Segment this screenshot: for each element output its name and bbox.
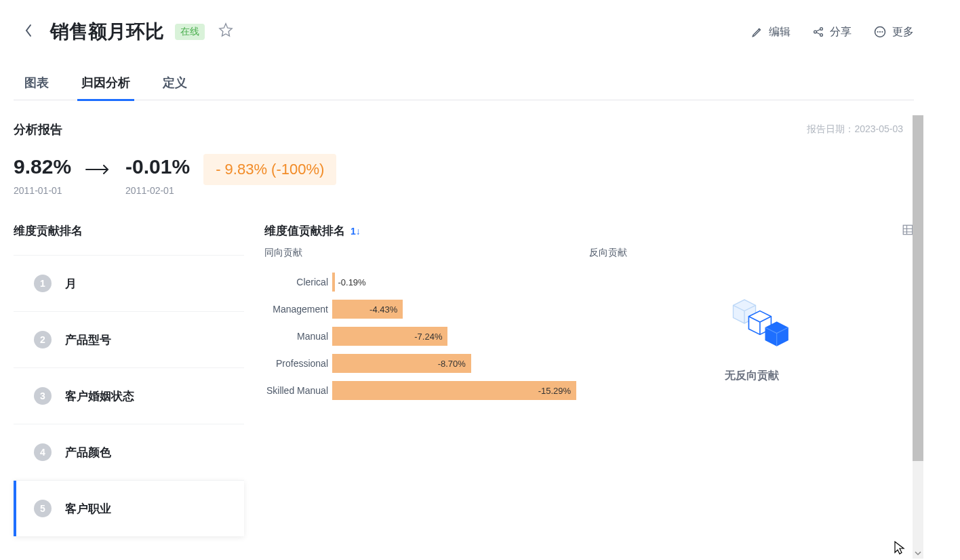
bar-fill: -0.19% (332, 273, 335, 292)
dimension-item[interactable]: 4产品颜色 (14, 424, 244, 480)
value-rank-title: 维度值贡献排名 1↓ (264, 223, 361, 239)
svg-point-6 (881, 31, 883, 33)
bar-value: -0.19% (338, 277, 365, 287)
dimension-item[interactable]: 1月 (14, 255, 244, 311)
share-button[interactable]: 分享 (812, 25, 852, 39)
cursor-icon (894, 540, 906, 559)
bar-track: -4.43% (332, 300, 589, 319)
metric-from-date: 2011-01-01 (14, 185, 71, 196)
scrollbar-down-arrow[interactable] (913, 548, 923, 559)
edit-label: 编辑 (769, 25, 791, 39)
metrics-row: 9.82% 2011-01-01 -0.01% 2011-02-01 - 9.8… (0, 143, 927, 196)
negative-col-title: 反向贡献 (589, 247, 914, 259)
more-label: 更多 (892, 25, 914, 39)
empty-state: 无反向贡献 (589, 268, 914, 383)
dimension-label: 客户职业 (65, 501, 111, 517)
empty-cubes-icon (715, 289, 789, 357)
bar-label: Management (264, 304, 332, 315)
favorite-button[interactable] (218, 22, 233, 41)
value-rank-panel: 维度值贡献排名 1↓ 同向贡献 Clerical-0.19%Management… (251, 223, 914, 536)
bar-label: Professional (264, 358, 332, 369)
bar-track: -8.70% (332, 354, 589, 373)
sort-icon[interactable]: 1↓ (351, 226, 361, 237)
svg-point-5 (879, 31, 881, 33)
delta-badge: - 9.83% (-100%) (203, 154, 336, 185)
bar-value: -7.24% (414, 332, 442, 342)
bar-row: Professional-8.70% (264, 350, 589, 377)
arrow-right-icon (85, 158, 112, 181)
dimension-rank-badge: 5 (34, 500, 52, 517)
scrollbar-thumb[interactable] (913, 115, 923, 461)
header-actions: 编辑 分享 更多 (751, 25, 914, 39)
dimension-rank-badge: 2 (34, 331, 52, 348)
dimension-item[interactable]: 5客户职业 (14, 480, 244, 536)
report-title: 分析报告 (14, 121, 62, 138)
bar-fill: -8.70% (332, 354, 471, 373)
tab-attribution[interactable]: 归因分析 (81, 69, 130, 100)
bar-fill: -4.43% (332, 300, 403, 319)
dimension-rank-badge: 1 (34, 275, 52, 292)
bar-label: Manual (264, 331, 332, 342)
dimension-item[interactable]: 2产品型号 (14, 311, 244, 367)
bar-row: Management-4.43% (264, 296, 589, 323)
dimension-rank-badge: 3 (34, 387, 52, 405)
bar-row: Manual-7.24% (264, 323, 589, 350)
dimension-item[interactable]: 3客户婚姻状态 (14, 367, 244, 424)
negative-contribution-column: 反向贡献 (589, 247, 914, 404)
report-date: 报告日期：2023-05-03 (807, 123, 903, 136)
tab-definition[interactable]: 定义 (163, 69, 187, 100)
svg-rect-7 (903, 225, 913, 235)
status-badge: 在线 (175, 24, 205, 40)
bar-track: -7.24% (332, 327, 589, 346)
more-button[interactable]: 更多 (873, 25, 914, 39)
bar-value: -8.70% (438, 359, 466, 369)
positive-contribution-column: 同向贡献 Clerical-0.19%Management-4.43%Manua… (264, 247, 589, 404)
bar-label: Clerical (264, 277, 332, 287)
back-button[interactable] (24, 24, 39, 40)
bar-row: Skilled Manual-15.29% (264, 377, 589, 404)
dimension-rank-badge: 4 (34, 443, 52, 461)
svg-point-4 (877, 31, 879, 33)
edit-button[interactable]: 编辑 (751, 25, 791, 39)
metric-to-date: 2011-02-01 (125, 185, 190, 196)
dimension-label: 产品型号 (65, 332, 111, 348)
positive-col-title: 同向贡献 (264, 247, 589, 259)
bar-track: -15.29% (332, 381, 589, 400)
metric-from: 9.82% 2011-01-01 (14, 155, 71, 196)
dimension-label: 月 (65, 276, 77, 292)
content-area: 分析报告 报告日期：2023-05-03 9.82% 2011-01-01 -0… (0, 101, 927, 548)
metric-from-value: 9.82% (14, 155, 71, 178)
dimension-label: 客户婚姻状态 (65, 388, 134, 404)
tabs: 图表 归因分析 定义 (0, 69, 927, 101)
metric-to: -0.01% 2011-02-01 (125, 155, 190, 196)
empty-text: 无反向贡献 (725, 369, 779, 383)
dimension-rank-panel: 维度贡献排名 1月2产品型号3客户婚姻状态4产品颜色5客户职业 (14, 223, 244, 536)
bar-row: Clerical-0.19% (264, 268, 589, 296)
bar-track: -0.19% (332, 273, 589, 292)
tab-chart[interactable]: 图表 (24, 69, 49, 100)
bar-value: -4.43% (369, 304, 397, 315)
dimension-rank-title: 维度贡献排名 (14, 223, 244, 239)
bar-fill: -7.24% (332, 327, 447, 346)
page-title: 销售额月环比 (50, 19, 164, 45)
page-header: 销售额月环比 在线 编辑 分享 更多 (0, 0, 927, 56)
metric-to-value: -0.01% (125, 155, 190, 178)
bar-value: -15.29% (538, 386, 571, 396)
dimension-label: 产品颜色 (65, 445, 111, 460)
bar-label: Skilled Manual (264, 385, 332, 396)
bar-fill: -15.29% (332, 381, 576, 400)
share-label: 分享 (830, 25, 852, 39)
